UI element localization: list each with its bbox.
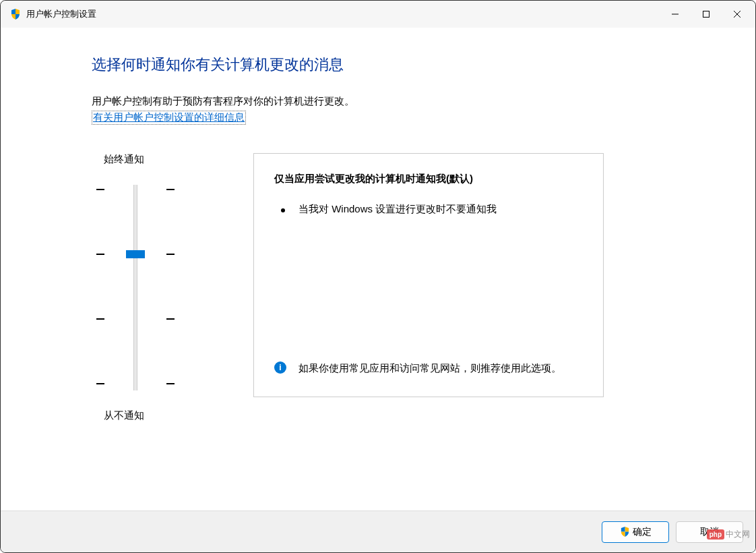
info-icon: i [274, 361, 286, 374]
page-description: 用户帐户控制有助于预防有害程序对你的计算机进行更改。 [92, 95, 664, 108]
shield-icon [620, 527, 630, 537]
info-bullet-row: 当我对 Windows 设置进行更改时不要通知我 [281, 203, 583, 216]
ok-button[interactable]: 确定 [602, 521, 669, 543]
window-title: 用户帐户控制设置 [26, 8, 660, 20]
ok-button-label: 确定 [633, 526, 652, 538]
info-heading: 仅当应用尝试更改我的计算机时通知我(默认) [274, 173, 583, 185]
slider-label-always: 始终通知 [104, 153, 144, 166]
page-title: 选择何时通知你有关计算机更改的消息 [92, 55, 664, 75]
slider-label-never: 从不通知 [104, 409, 144, 422]
info-bullet-text: 当我对 Windows 设置进行更改时不要通知我 [298, 203, 497, 216]
close-button[interactable] [722, 3, 753, 26]
slider-column: 始终通知 从不通知 [92, 153, 179, 422]
slider-section: 始终通知 从不通知 仅当应用尝试更改我的计算机时通知我(默认) 当我对 Wind… [92, 153, 664, 422]
watermark-text: 中文网 [726, 529, 750, 540]
info-panel: 仅当应用尝试更改我的计算机时通知我(默认) 当我对 Windows 设置进行更改… [253, 153, 604, 397]
svg-rect-1 [703, 11, 710, 18]
content-area: 选择何时通知你有关计算机更改的消息 用户帐户控制有助于预防有害程序对你的计算机进… [1, 28, 755, 422]
bullet-icon [281, 208, 285, 212]
recommendation-text: 如果你使用常见应用和访问常见网站，则推荐使用此选项。 [298, 360, 561, 376]
help-link[interactable]: 有关用户帐户控制设置的详细信息 [92, 111, 246, 125]
minimize-button[interactable] [660, 3, 691, 26]
maximize-button[interactable] [691, 3, 722, 26]
window-controls [660, 3, 753, 26]
slider-thumb[interactable] [126, 250, 145, 258]
watermark-logo: php [707, 529, 724, 540]
titlebar: 用户帐户控制设置 [1, 1, 755, 28]
footer-bar: 确定 取消 php 中文网 [1, 511, 755, 552]
slider-track[interactable] [115, 185, 156, 390]
watermark: php 中文网 [707, 529, 750, 540]
uac-shield-icon [10, 9, 21, 20]
recommendation-row: i 如果你使用常见应用和访问常见网站，则推荐使用此选项。 [274, 360, 583, 376]
